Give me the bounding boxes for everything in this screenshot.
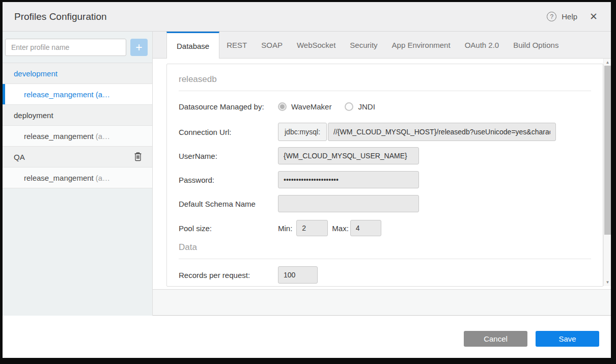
datasource-radio-group: WaveMaker JNDI bbox=[278, 102, 375, 111]
default-schema-row: Default Schema Name bbox=[179, 195, 591, 212]
username-label: UserName: bbox=[179, 152, 278, 160]
dialog-footer: Cancel Save bbox=[3, 316, 611, 358]
datasource-row: Datasource Managed by: WaveMaker JNDI bbox=[179, 100, 591, 113]
radio-option-wavemaker[interactable]: WaveMaker bbox=[278, 102, 331, 111]
dialog-header: Profiles Configuration ? Help ✕ bbox=[3, 2, 611, 32]
help-link[interactable]: Help bbox=[562, 12, 577, 21]
default-schema-input[interactable] bbox=[278, 195, 419, 212]
db-section-title: releasedb bbox=[179, 64, 591, 85]
profile-item-suffix: (a… bbox=[96, 132, 110, 141]
dialog-title: Profiles Configuration bbox=[14, 11, 107, 22]
username-input[interactable] bbox=[278, 147, 419, 164]
connection-url-prefix: jdbc:mysql: bbox=[278, 123, 327, 141]
profile-item-suffix: (a… bbox=[96, 90, 110, 99]
connection-url-label: Connection Url: bbox=[179, 128, 278, 136]
header-actions: ? Help ✕ bbox=[547, 11, 598, 22]
add-profile-button[interactable]: + bbox=[130, 39, 148, 56]
datasource-label: Datasource Managed by: bbox=[179, 102, 278, 111]
tab-database[interactable]: Database bbox=[166, 32, 219, 59]
profile-item-suffix: (a… bbox=[96, 174, 110, 182]
delete-profile-button[interactable] bbox=[134, 152, 142, 161]
help-icon[interactable]: ? bbox=[547, 12, 556, 21]
tab-websocket[interactable]: WebSocket bbox=[290, 32, 343, 58]
section-divider bbox=[179, 259, 591, 259]
profiles-configuration-dialog: Profiles Configuration ? Help ✕ + develo… bbox=[3, 2, 611, 358]
profile-item-release-mangement-qa[interactable]: release_mangement (a… bbox=[3, 167, 152, 188]
data-section-title: Data bbox=[179, 242, 591, 253]
password-label: Password: bbox=[179, 176, 278, 184]
username-row: UserName: bbox=[179, 147, 591, 164]
profile-create-row: + bbox=[3, 32, 152, 63]
profiles-sidebar: + development release_mangement (a… depl… bbox=[3, 32, 153, 316]
save-button[interactable]: Save bbox=[536, 331, 599, 347]
vertical-scrollbar[interactable]: ▲ ▼ bbox=[603, 59, 611, 286]
profile-item-label: release_mangement bbox=[24, 132, 94, 141]
scroll-up-icon[interactable]: ▲ bbox=[604, 59, 611, 66]
profile-group-qa[interactable]: QA bbox=[3, 147, 152, 167]
main-panel: Database REST SOAP WebSocket Security bbox=[153, 32, 611, 316]
radio-wavemaker-icon[interactable] bbox=[278, 102, 287, 111]
close-icon[interactable]: ✕ bbox=[590, 11, 598, 22]
connection-url-input[interactable] bbox=[328, 123, 556, 141]
tab-soap[interactable]: SOAP bbox=[254, 32, 290, 58]
content-bottom-strip bbox=[153, 289, 611, 316]
screen-background: Profiles Configuration ? Help ✕ + develo… bbox=[0, 0, 616, 364]
profile-item-label: release_mangement bbox=[24, 174, 94, 182]
profile-group-label: deployment bbox=[14, 111, 53, 120]
profile-group-label: QA bbox=[14, 153, 25, 161]
pool-max-label: Max: bbox=[332, 224, 349, 233]
records-per-request-label: Records per request: bbox=[179, 271, 278, 279]
dialog-body: + development release_mangement (a… depl… bbox=[3, 32, 611, 316]
tab-app-environment[interactable]: App Environment bbox=[385, 32, 458, 58]
pool-size-label: Pool size: bbox=[179, 224, 278, 233]
tab-rest[interactable]: REST bbox=[219, 32, 254, 58]
profile-item-release-mangement-selected[interactable]: release_mangement (a… bbox=[3, 84, 152, 105]
records-per-request-input[interactable] bbox=[278, 266, 318, 284]
pool-max-input[interactable] bbox=[350, 220, 381, 236]
password-row: Password: bbox=[179, 171, 591, 188]
profile-list: development release_mangement (a… deploy… bbox=[3, 63, 152, 188]
pool-size-row: Pool size: Min: Max: bbox=[179, 220, 591, 236]
tab-content-database: releasedb Datasource Managed by: WaveMak… bbox=[153, 59, 611, 289]
profile-name-input[interactable] bbox=[5, 39, 126, 56]
tab-build-options[interactable]: Build Options bbox=[506, 32, 566, 58]
config-tabs: Database REST SOAP WebSocket Security bbox=[153, 32, 611, 59]
pool-min-input[interactable] bbox=[296, 220, 328, 236]
pool-min-label: Min: bbox=[278, 224, 292, 233]
tab-security[interactable]: Security bbox=[343, 32, 384, 58]
section-divider bbox=[179, 91, 591, 91]
scroll-down-icon[interactable]: ▼ bbox=[604, 278, 611, 286]
records-per-request-row: Records per request: bbox=[179, 266, 591, 284]
scrollbar-thumb[interactable] bbox=[604, 66, 611, 235]
profile-item-label: release_mangement bbox=[24, 90, 94, 99]
cancel-button[interactable]: Cancel bbox=[464, 331, 527, 347]
tab-oauth[interactable]: OAuth 2.0 bbox=[458, 32, 507, 58]
default-schema-label: Default Schema Name bbox=[179, 200, 278, 208]
radio-option-jndi[interactable]: JNDI bbox=[345, 102, 375, 111]
profile-group-development[interactable]: development bbox=[3, 63, 152, 84]
connection-url-row: Connection Url: jdbc:mysql: bbox=[179, 123, 591, 141]
database-config-card: releasedb Datasource Managed by: WaveMak… bbox=[166, 64, 603, 287]
profile-group-deployment[interactable]: deployment bbox=[3, 105, 152, 126]
radio-jndi-icon[interactable] bbox=[345, 102, 353, 111]
password-input[interactable] bbox=[278, 171, 419, 188]
profile-group-label: development bbox=[14, 69, 58, 78]
profile-item-release-mangement-deployment[interactable]: release_mangement (a… bbox=[3, 126, 152, 147]
trash-icon bbox=[134, 152, 142, 161]
